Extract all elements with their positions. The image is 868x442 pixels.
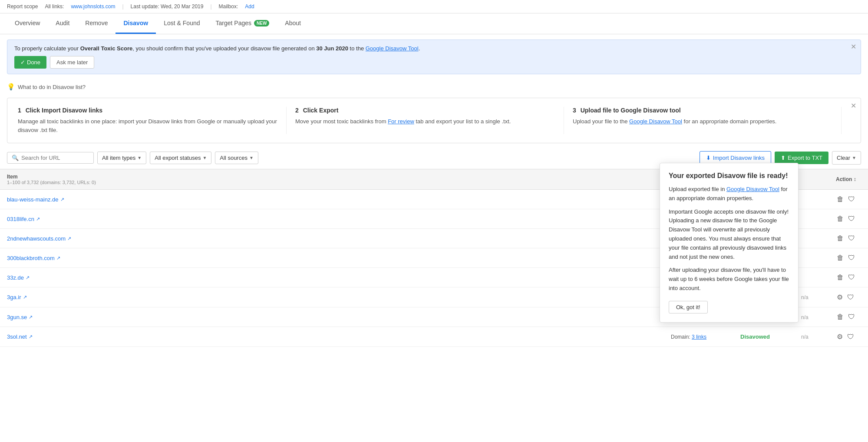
popup-para2: Important Google accepts one disavow fil… bbox=[669, 208, 789, 262]
popup-para3: After uploading your disavow file, you'l… bbox=[669, 266, 789, 293]
popup-para1: Upload exported file in Google Disavow T… bbox=[669, 185, 789, 203]
popup-card: Your exported Disavow file is ready! Upl… bbox=[660, 163, 799, 323]
popup-title: Your exported Disavow file is ready! bbox=[669, 172, 789, 180]
popup-body: Upload exported file in Google Disavow T… bbox=[669, 185, 789, 293]
ok-got-it-button[interactable]: Ok, got it! bbox=[669, 301, 708, 313]
google-disavow-popup-link[interactable]: Google Disavow Tool bbox=[726, 186, 779, 192]
popup-overlay: Your exported Disavow file is ready! Upl… bbox=[0, 0, 868, 347]
